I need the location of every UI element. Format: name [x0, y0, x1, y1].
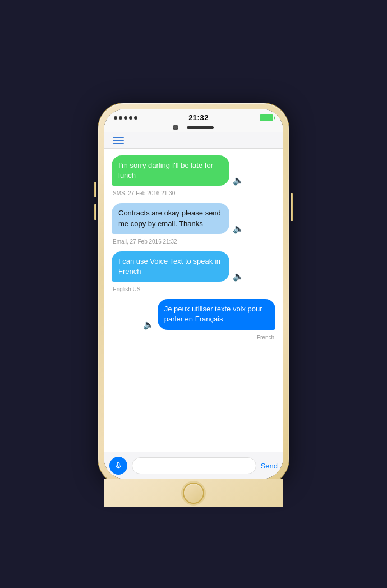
nav-bar: [104, 132, 283, 149]
messages-list: I'm sorry darling I'll be late for lunch…: [104, 149, 283, 452]
meta-label-4: French: [112, 334, 274, 341]
message-text-1: I'm sorry darling I'll be late for lunch: [118, 161, 213, 180]
signal-indicator: [114, 116, 137, 120]
bubble-2: Contracts are okay please send me copy b…: [112, 203, 229, 233]
mic-icon: [114, 462, 122, 470]
message-row-2: Contracts are okay please send me copy b…: [112, 203, 275, 233]
battery-icon: [260, 114, 273, 121]
message-row-4: 🔈 Je peux utiliser texte voix pour parle…: [112, 299, 275, 329]
home-button-area: [104, 479, 283, 507]
camera-bar: [104, 124, 283, 132]
screen: 21:32: [104, 109, 283, 479]
hamburger-line-3: [113, 143, 124, 144]
phone-inner: 21:32: [104, 109, 283, 479]
status-bar: 21:32: [104, 109, 283, 124]
message-input[interactable]: [132, 457, 256, 474]
phone-device: 21:32: [98, 103, 289, 485]
signal-dot-1: [114, 116, 117, 120]
bubble-3: I can use Voice Text to speak in French: [112, 251, 229, 282]
speaker-icon-2[interactable]: 🔈: [233, 223, 244, 234]
speaker-icon-1[interactable]: 🔈: [233, 175, 244, 186]
camera-icon: [173, 125, 178, 130]
message-text-3: I can use Voice Text to speak in French: [118, 257, 220, 275]
signal-dot-3: [124, 116, 127, 120]
hamburger-line-1: [113, 137, 124, 138]
power-button: [291, 193, 293, 221]
menu-button[interactable]: [113, 137, 124, 144]
mic-button[interactable]: [109, 457, 127, 475]
signal-dot-4: [129, 116, 132, 120]
meta-label-1: SMS, 27 Feb 2016 21:30: [113, 190, 275, 196]
bubble-4: Je peux utiliser texte voix pour parler …: [158, 299, 275, 329]
signal-dot-2: [119, 116, 122, 120]
hamburger-line-2: [113, 140, 124, 141]
status-time: 21:32: [188, 113, 209, 122]
signal-dot-5: [134, 116, 137, 120]
message-text-4: Je peux utiliser texte voix pour parler …: [164, 305, 262, 323]
input-area: Send: [104, 452, 283, 479]
meta-label-3: English US: [113, 286, 275, 292]
battery-indicator: [260, 114, 273, 121]
send-button[interactable]: Send: [261, 462, 278, 470]
earpiece-icon: [187, 126, 214, 129]
speaker-icon-4[interactable]: 🔈: [143, 319, 154, 330]
home-button[interactable]: [183, 483, 204, 504]
speaker-icon-3[interactable]: 🔈: [233, 271, 244, 282]
message-row-3: I can use Voice Text to speak in French …: [112, 251, 275, 282]
bubble-1: I'm sorry darling I'll be late for lunch: [112, 155, 229, 186]
message-text-2: Contracts are okay please send me copy b…: [118, 209, 221, 227]
meta-label-2: Email, 27 Feb 2016 21:32: [113, 238, 275, 245]
message-row-1: I'm sorry darling I'll be late for lunch…: [112, 155, 275, 186]
